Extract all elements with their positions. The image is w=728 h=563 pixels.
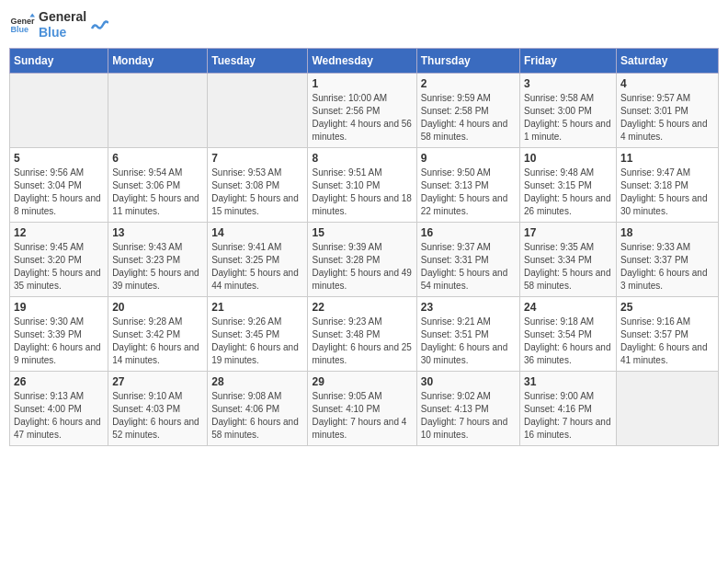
day-number: 8 <box>312 152 412 165</box>
day-number: 11 <box>620 152 714 165</box>
calendar-cell: 15Sunrise: 9:39 AM Sunset: 3:28 PM Dayli… <box>308 222 416 296</box>
day-info: Sunrise: 9:33 AM Sunset: 3:37 PM Dayligh… <box>620 241 714 293</box>
calendar-week-3: 12Sunrise: 9:45 AM Sunset: 3:20 PM Dayli… <box>10 222 719 296</box>
logo-blue: Blue <box>39 25 86 40</box>
calendar-cell: 16Sunrise: 9:37 AM Sunset: 3:31 PM Dayli… <box>416 222 519 296</box>
day-number: 6 <box>112 152 203 165</box>
calendar-cell: 6Sunrise: 9:54 AM Sunset: 3:06 PM Daylig… <box>108 147 208 222</box>
calendar-cell: 2Sunrise: 9:59 AM Sunset: 2:58 PM Daylig… <box>416 73 519 147</box>
calendar-cell: 31Sunrise: 9:00 AM Sunset: 4:16 PM Dayli… <box>519 371 616 445</box>
day-number: 13 <box>112 226 203 239</box>
day-info: Sunrise: 9:56 AM Sunset: 3:04 PM Dayligh… <box>14 167 104 218</box>
calendar-cell: 25Sunrise: 9:16 AM Sunset: 3:57 PM Dayli… <box>616 296 718 371</box>
svg-marker-2 <box>29 13 35 17</box>
calendar-week-5: 26Sunrise: 9:13 AM Sunset: 4:00 PM Dayli… <box>10 371 719 445</box>
calendar-cell: 24Sunrise: 9:18 AM Sunset: 3:54 PM Dayli… <box>519 296 616 371</box>
header-sunday: Sunday <box>10 48 108 73</box>
day-number: 14 <box>211 226 303 239</box>
header-friday: Friday <box>519 48 616 73</box>
day-number: 31 <box>524 375 612 388</box>
day-number: 28 <box>211 375 303 388</box>
calendar-cell <box>10 73 108 147</box>
calendar-cell: 18Sunrise: 9:33 AM Sunset: 3:37 PM Dayli… <box>616 222 718 296</box>
header-tuesday: Tuesday <box>208 48 308 73</box>
calendar-cell: 9Sunrise: 9:50 AM Sunset: 3:13 PM Daylig… <box>416 147 519 222</box>
header-wednesday: Wednesday <box>308 48 416 73</box>
day-info: Sunrise: 9:28 AM Sunset: 3:42 PM Dayligh… <box>112 316 203 367</box>
day-info: Sunrise: 9:18 AM Sunset: 3:54 PM Dayligh… <box>524 316 612 367</box>
header: General Blue General Blue <box>9 9 719 40</box>
svg-text:General: General <box>10 16 35 25</box>
day-number: 29 <box>312 375 412 388</box>
day-number: 5 <box>14 152 104 165</box>
calendar-cell <box>108 73 208 147</box>
day-info: Sunrise: 9:43 AM Sunset: 3:23 PM Dayligh… <box>112 241 203 293</box>
calendar-cell: 22Sunrise: 9:23 AM Sunset: 3:48 PM Dayli… <box>308 296 416 371</box>
day-number: 2 <box>421 77 516 90</box>
calendar-cell: 12Sunrise: 9:45 AM Sunset: 3:20 PM Dayli… <box>10 222 108 296</box>
logo-wave-icon <box>90 16 108 34</box>
calendar-cell: 8Sunrise: 9:51 AM Sunset: 3:10 PM Daylig… <box>308 147 416 222</box>
calendar-cell: 4Sunrise: 9:57 AM Sunset: 3:01 PM Daylig… <box>616 73 718 147</box>
day-number: 7 <box>211 152 303 165</box>
day-info: Sunrise: 9:23 AM Sunset: 3:48 PM Dayligh… <box>312 316 412 367</box>
calendar-header-row: SundayMondayTuesdayWednesdayThursdayFrid… <box>10 48 719 73</box>
calendar-cell: 14Sunrise: 9:41 AM Sunset: 3:25 PM Dayli… <box>208 222 308 296</box>
calendar-cell: 21Sunrise: 9:26 AM Sunset: 3:45 PM Dayli… <box>208 296 308 371</box>
day-number: 23 <box>421 301 516 314</box>
day-number: 9 <box>421 152 516 165</box>
day-info: Sunrise: 9:37 AM Sunset: 3:31 PM Dayligh… <box>421 241 516 293</box>
header-saturday: Saturday <box>616 48 718 73</box>
calendar-cell <box>616 371 718 445</box>
calendar-cell: 3Sunrise: 9:58 AM Sunset: 3:00 PM Daylig… <box>519 73 616 147</box>
day-info: Sunrise: 10:00 AM Sunset: 2:56 PM Daylig… <box>312 92 412 144</box>
day-number: 18 <box>620 226 714 239</box>
calendar-cell: 17Sunrise: 9:35 AM Sunset: 3:34 PM Dayli… <box>519 222 616 296</box>
calendar-table: SundayMondayTuesdayWednesdayThursdayFrid… <box>9 48 719 446</box>
calendar-week-1: 1Sunrise: 10:00 AM Sunset: 2:56 PM Dayli… <box>10 73 719 147</box>
calendar-cell: 28Sunrise: 9:08 AM Sunset: 4:06 PM Dayli… <box>208 371 308 445</box>
day-info: Sunrise: 9:41 AM Sunset: 3:25 PM Dayligh… <box>211 241 303 293</box>
calendar-cell: 11Sunrise: 9:47 AM Sunset: 3:18 PM Dayli… <box>616 147 718 222</box>
calendar-cell: 19Sunrise: 9:30 AM Sunset: 3:39 PM Dayli… <box>10 296 108 371</box>
calendar-cell: 7Sunrise: 9:53 AM Sunset: 3:08 PM Daylig… <box>208 147 308 222</box>
day-number: 12 <box>14 226 104 239</box>
day-info: Sunrise: 9:13 AM Sunset: 4:00 PM Dayligh… <box>14 390 104 442</box>
calendar-cell: 23Sunrise: 9:21 AM Sunset: 3:51 PM Dayli… <box>416 296 519 371</box>
calendar-week-4: 19Sunrise: 9:30 AM Sunset: 3:39 PM Dayli… <box>10 296 719 371</box>
day-number: 10 <box>524 152 612 165</box>
header-thursday: Thursday <box>416 48 519 73</box>
day-info: Sunrise: 9:51 AM Sunset: 3:10 PM Dayligh… <box>312 167 412 218</box>
day-number: 16 <box>421 226 516 239</box>
logo: General Blue General Blue <box>9 9 108 40</box>
day-number: 26 <box>14 375 104 388</box>
day-info: Sunrise: 9:59 AM Sunset: 2:58 PM Dayligh… <box>421 92 516 144</box>
day-info: Sunrise: 9:50 AM Sunset: 3:13 PM Dayligh… <box>421 167 516 218</box>
svg-text:Blue: Blue <box>10 25 28 34</box>
day-number: 15 <box>312 226 412 239</box>
day-info: Sunrise: 9:08 AM Sunset: 4:06 PM Dayligh… <box>211 390 303 442</box>
day-number: 24 <box>524 301 612 314</box>
day-number: 17 <box>524 226 612 239</box>
day-number: 30 <box>421 375 516 388</box>
day-info: Sunrise: 9:53 AM Sunset: 3:08 PM Dayligh… <box>211 167 303 218</box>
calendar-cell: 10Sunrise: 9:48 AM Sunset: 3:15 PM Dayli… <box>519 147 616 222</box>
day-number: 22 <box>312 301 412 314</box>
day-info: Sunrise: 9:00 AM Sunset: 4:16 PM Dayligh… <box>524 390 612 442</box>
calendar-cell: 27Sunrise: 9:10 AM Sunset: 4:03 PM Dayli… <box>108 371 208 445</box>
day-info: Sunrise: 9:58 AM Sunset: 3:00 PM Dayligh… <box>524 92 612 144</box>
calendar-cell: 13Sunrise: 9:43 AM Sunset: 3:23 PM Dayli… <box>108 222 208 296</box>
logo-icon: General Blue <box>9 12 35 38</box>
calendar-cell: 20Sunrise: 9:28 AM Sunset: 3:42 PM Dayli… <box>108 296 208 371</box>
day-info: Sunrise: 9:35 AM Sunset: 3:34 PM Dayligh… <box>524 241 612 293</box>
day-info: Sunrise: 9:05 AM Sunset: 4:10 PM Dayligh… <box>312 390 412 442</box>
calendar-cell: 30Sunrise: 9:02 AM Sunset: 4:13 PM Dayli… <box>416 371 519 445</box>
day-info: Sunrise: 9:45 AM Sunset: 3:20 PM Dayligh… <box>14 241 104 293</box>
day-info: Sunrise: 9:21 AM Sunset: 3:51 PM Dayligh… <box>421 316 516 367</box>
day-number: 19 <box>14 301 104 314</box>
calendar-cell <box>208 73 308 147</box>
day-info: Sunrise: 9:47 AM Sunset: 3:18 PM Dayligh… <box>620 167 714 218</box>
day-info: Sunrise: 9:26 AM Sunset: 3:45 PM Dayligh… <box>211 316 303 367</box>
day-info: Sunrise: 9:02 AM Sunset: 4:13 PM Dayligh… <box>421 390 516 442</box>
logo-general: General <box>39 9 86 25</box>
